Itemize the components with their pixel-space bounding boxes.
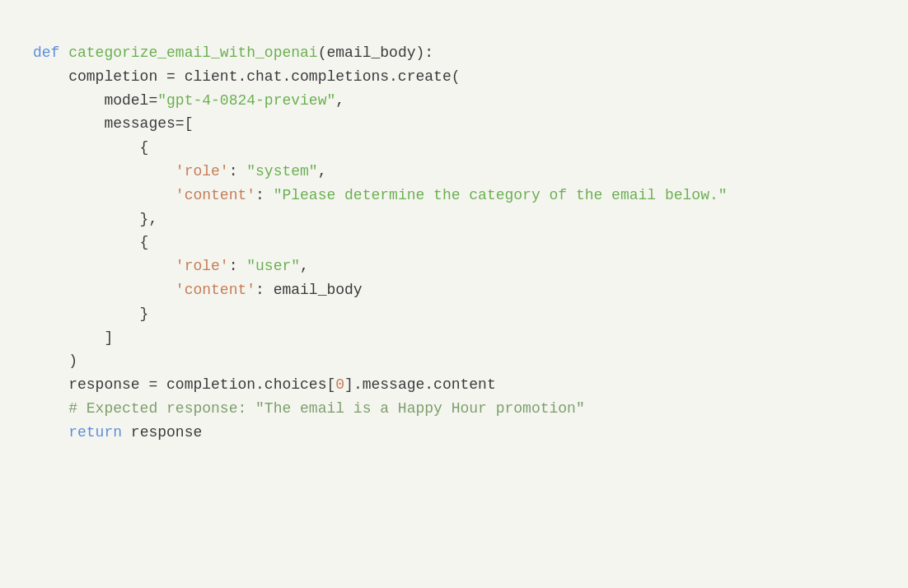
token: completion = client.chat.completions.cre…: [33, 68, 460, 85]
token: response: [131, 424, 202, 441]
code-line-line19: return response: [33, 421, 875, 445]
code-line-line3: model="gpt-4-0824-preview",: [33, 89, 875, 113]
token: # Expected response: "The email is a Hap…: [33, 400, 585, 417]
token: :: [229, 258, 247, 274]
token: : email_body: [255, 282, 363, 298]
code-line-line9: {: [33, 231, 875, 254]
token: {: [33, 139, 148, 156]
token: "system": [246, 163, 317, 180]
token: },: [33, 211, 157, 227]
token: ,: [335, 92, 344, 109]
token: categorize_email_with_openai: [68, 44, 317, 61]
token: ): [33, 352, 77, 369]
code-line-line6: 'role': "system",: [33, 160, 875, 184]
token: model=: [33, 92, 157, 109]
code-line-line2: completion = client.chat.completions.cre…: [33, 65, 875, 89]
token: :: [255, 187, 274, 203]
token: "Please determine the category of the em…: [274, 187, 728, 203]
token: :: [229, 163, 247, 180]
code-line-line17: # Expected response: "The email is a Hap…: [33, 397, 875, 421]
token: messages=[: [33, 115, 193, 132]
code-block: def categorize_email_with_openai(email_b…: [33, 25, 875, 461]
token: 0: [335, 376, 344, 393]
code-line-line8: },: [33, 208, 875, 231]
code-line-line4: messages=[: [33, 112, 875, 136]
code-line-line1: def categorize_email_with_openai(email_b…: [33, 41, 875, 65]
token: ,: [300, 258, 309, 274]
code-line-line10: 'role': "user",: [33, 254, 875, 278]
token: 'content': [176, 282, 255, 298]
code-line-line11: 'content': email_body: [33, 278, 875, 302]
token: [33, 163, 176, 180]
token: {: [33, 234, 148, 250]
token: 'role': [176, 258, 229, 274]
token: ].message.content: [344, 376, 496, 393]
token: def: [33, 44, 68, 61]
token: }: [33, 306, 148, 322]
token: return: [68, 424, 131, 441]
code-line-line12: }: [33, 302, 875, 326]
token: 'role': [176, 163, 229, 180]
token: 'content': [176, 187, 255, 203]
token: [33, 258, 176, 274]
token: (email_body):: [318, 44, 433, 61]
token: [33, 187, 176, 203]
token: ,: [318, 163, 327, 180]
token: [33, 282, 176, 298]
token: "user": [246, 258, 300, 274]
token: [33, 424, 68, 441]
token: ]: [33, 329, 113, 346]
code-line-line14: ): [33, 349, 875, 373]
code-line-line16: response = completion.choices[0].message…: [33, 373, 875, 397]
code-line-line7: 'content': "Please determine the categor…: [33, 184, 875, 208]
token: response = completion.choices[: [33, 376, 335, 393]
code-line-line13: ]: [33, 326, 875, 350]
token: "gpt-4-0824-preview": [157, 92, 335, 109]
code-line-line5: {: [33, 136, 875, 160]
